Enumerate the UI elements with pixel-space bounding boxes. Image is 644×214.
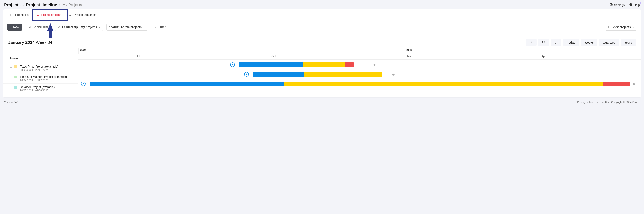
timeline-icon bbox=[36, 13, 40, 16]
breadcrumb-section[interactable]: Project timeline bbox=[26, 2, 57, 7]
filter-label: Filter bbox=[158, 25, 166, 29]
zoom-out-icon bbox=[542, 40, 545, 44]
project-name: Retainer Project (example) bbox=[20, 85, 55, 89]
new-label: New bbox=[13, 25, 19, 29]
current-week: Week 04 bbox=[36, 40, 52, 45]
project-row[interactable]: Time and Material Project (example) 16/0… bbox=[3, 73, 78, 84]
caret-down-icon bbox=[167, 27, 169, 28]
breadcrumb-page: My Projects bbox=[62, 3, 82, 7]
svg-text:?: ? bbox=[630, 3, 632, 6]
scope-value: My projects bbox=[81, 25, 97, 29]
project-dates: 30/05/2024 - 03/06/2025 bbox=[20, 89, 55, 92]
svg-rect-3 bbox=[11, 14, 13, 16]
annotation-arrow-stem bbox=[49, 31, 52, 38]
svg-line-11 bbox=[532, 43, 532, 43]
project-name: Fixed Price Project (example) bbox=[20, 65, 58, 68]
play-icon[interactable] bbox=[81, 82, 86, 86]
years-button[interactable]: Years bbox=[620, 39, 636, 46]
project-name: Time and Material Project (example) bbox=[20, 75, 67, 78]
year-label: 2024 bbox=[78, 48, 404, 54]
svg-point-7 bbox=[59, 26, 60, 27]
folder-icon bbox=[14, 66, 17, 68]
expand-button[interactable] bbox=[551, 39, 562, 46]
tab-list-label: Project list bbox=[15, 13, 29, 16]
caret-down-icon bbox=[99, 27, 100, 28]
pick-projects-label: Pick projects bbox=[613, 25, 631, 29]
chevron-right-icon: › bbox=[23, 3, 24, 7]
new-button[interactable]: + New bbox=[7, 23, 22, 31]
breadcrumb: Projects › Project timeline › My Project… bbox=[4, 2, 82, 7]
bookmark-icon bbox=[28, 25, 31, 29]
svg-point-0 bbox=[611, 4, 612, 5]
gantt-bar[interactable] bbox=[90, 82, 630, 86]
svg-rect-9 bbox=[608, 26, 611, 28]
version-label: Version 24.1 bbox=[4, 101, 19, 104]
zoom-in-icon bbox=[530, 40, 533, 44]
chevron-right-icon: › bbox=[59, 3, 60, 7]
svg-line-15 bbox=[544, 43, 545, 43]
svg-marker-8 bbox=[154, 26, 157, 28]
breadcrumb-projects[interactable]: Projects bbox=[4, 2, 21, 7]
status-dropdown[interactable]: Status: Active projects bbox=[106, 23, 148, 31]
play-icon[interactable] bbox=[244, 72, 249, 77]
gantt-row bbox=[78, 69, 641, 79]
milestone-icon[interactable] bbox=[373, 64, 376, 66]
play-icon[interactable] bbox=[230, 62, 235, 67]
expand-icon bbox=[554, 41, 558, 44]
help-link[interactable]: ? Help bbox=[629, 3, 640, 7]
column-header-project: Project bbox=[3, 54, 78, 63]
settings-link[interactable]: Settings bbox=[610, 3, 625, 7]
briefcase-icon bbox=[608, 25, 611, 29]
scope-dropdown[interactable]: Leadership | My projects bbox=[54, 23, 103, 31]
milestone-icon[interactable] bbox=[392, 73, 394, 76]
tab-templates-label: Project templates bbox=[74, 13, 96, 16]
gantt-bar[interactable] bbox=[253, 72, 382, 77]
quarters-button[interactable]: Quarters bbox=[599, 39, 619, 46]
copyright-label: Copyright © 2024 Scoro. bbox=[611, 101, 640, 104]
current-period: January 2024 Week 04 bbox=[8, 40, 52, 45]
filter-icon bbox=[154, 25, 157, 29]
project-row[interactable]: Retainer Project (example) 30/05/2024 - … bbox=[3, 84, 78, 94]
zoom-in-button[interactable] bbox=[526, 39, 536, 46]
person-icon bbox=[58, 25, 60, 29]
scope-prefix: Leadership | bbox=[62, 25, 80, 29]
settings-label: Settings bbox=[614, 3, 625, 7]
folder-icon bbox=[14, 86, 17, 89]
project-row[interactable]: ▶ Fixed Price Project (example) 08/09/20… bbox=[3, 63, 78, 73]
templates-icon bbox=[69, 13, 72, 16]
today-button[interactable]: Today bbox=[563, 39, 579, 46]
privacy-link[interactable]: Privacy policy. bbox=[577, 101, 594, 104]
month-label: Jan bbox=[404, 54, 540, 59]
gantt-bar[interactable] bbox=[239, 62, 354, 67]
zoom-out-button[interactable] bbox=[538, 39, 549, 46]
status-prefix: Status: bbox=[110, 25, 119, 29]
briefcase-icon bbox=[10, 13, 14, 16]
project-dates: 16/09/2024 - 16/12/2024 bbox=[20, 79, 67, 82]
weeks-button[interactable]: Weeks bbox=[581, 39, 598, 46]
gear-icon bbox=[610, 3, 613, 7]
current-month-year: January 2024 bbox=[8, 40, 35, 45]
year-label: 2025 bbox=[404, 48, 641, 54]
terms-link[interactable]: Terms of Use. bbox=[594, 101, 610, 104]
pick-projects-button[interactable]: Pick projects bbox=[605, 23, 637, 31]
annotation-arrow-icon bbox=[47, 23, 54, 31]
caret-down-icon bbox=[632, 27, 634, 28]
help-icon: ? bbox=[629, 3, 632, 7]
gantt-row bbox=[78, 79, 641, 89]
status-value: Active projects bbox=[121, 25, 142, 29]
project-dates: 08/09/2024 - 25/11/2024 bbox=[20, 69, 58, 72]
help-label: Help bbox=[634, 3, 640, 7]
month-label: Oct bbox=[270, 54, 404, 59]
month-label: Apr bbox=[540, 54, 641, 59]
tab-project-timeline[interactable]: Project timeline bbox=[33, 9, 65, 20]
expand-toggle-icon[interactable]: ▶ bbox=[10, 66, 12, 69]
bookmarks-label: Bookmarks bbox=[32, 25, 48, 29]
tab-project-templates[interactable]: Project templates bbox=[66, 9, 100, 20]
tab-project-list[interactable]: Project list bbox=[7, 9, 32, 20]
tab-timeline-label: Project timeline bbox=[41, 13, 62, 16]
folder-icon bbox=[14, 76, 17, 78]
milestone-icon[interactable] bbox=[632, 83, 635, 86]
filter-button[interactable]: Filter bbox=[151, 23, 172, 31]
caret-down-icon bbox=[143, 27, 145, 28]
month-label: Jul bbox=[134, 54, 270, 59]
